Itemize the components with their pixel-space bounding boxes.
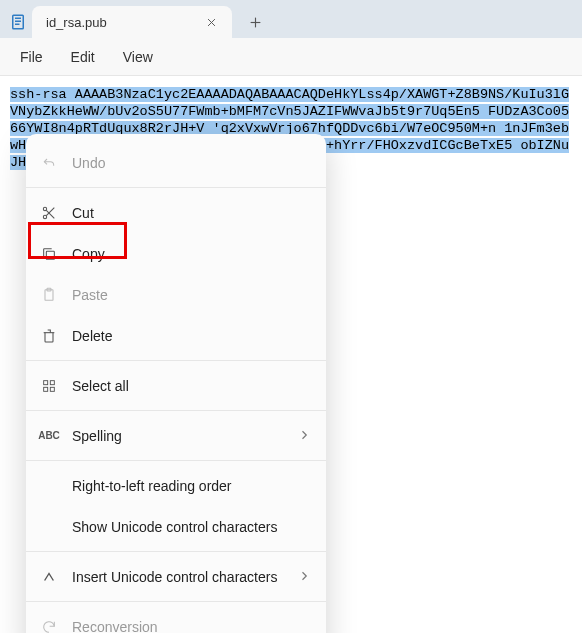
clipboard-icon [40,286,58,304]
ctx-paste: Paste [26,274,326,315]
context-menu: Undo Cut Copy Paste Delete Select all AB… [26,134,326,633]
separator [26,410,326,411]
ctx-paste-label: Paste [72,287,310,303]
spelling-icon: ABC [40,427,58,445]
tab-title: id_rsa.pub [46,15,200,30]
menu-edit[interactable]: Edit [57,43,109,71]
ctx-rtl-label: Right-to-left reading order [72,478,310,494]
ctx-spelling-label: Spelling [72,428,284,444]
svg-rect-18 [50,387,54,391]
separator [26,551,326,552]
ctx-select-all[interactable]: Select all [26,365,326,406]
select-all-icon [40,377,58,395]
copy-icon [40,245,58,263]
svg-rect-16 [50,380,54,384]
blank-icon [40,518,58,536]
ctx-insert-unicode[interactable]: Insert Unicode control characters [26,556,326,597]
ctx-copy[interactable]: Copy [26,233,326,274]
separator [26,460,326,461]
ctx-rtl[interactable]: Right-to-left reading order [26,465,326,506]
ctx-undo: Undo [26,142,326,183]
scissors-icon [40,204,58,222]
ctx-reconversion-label: Reconversion [72,619,310,634]
svg-point-8 [43,207,46,210]
menu-bar: File Edit View [0,38,582,76]
separator [26,187,326,188]
undo-icon [40,154,58,172]
svg-rect-17 [44,387,48,391]
menu-view[interactable]: View [109,43,167,71]
caret-icon [40,568,58,586]
ctx-copy-label: Copy [72,246,310,262]
reconversion-icon [40,618,58,634]
svg-rect-15 [44,380,48,384]
svg-rect-12 [46,251,54,259]
separator [26,601,326,602]
ctx-insert-unicode-label: Insert Unicode control characters [72,569,284,585]
blank-icon [40,477,58,495]
menu-file[interactable]: File [6,43,57,71]
ctx-select-all-label: Select all [72,378,310,394]
tab-bar: id_rsa.pub [0,0,582,38]
new-tab-button[interactable] [240,7,270,37]
ctx-delete[interactable]: Delete [26,315,326,356]
ctx-show-unicode[interactable]: Show Unicode control characters [26,506,326,547]
ctx-spelling[interactable]: ABC Spelling [26,415,326,456]
separator [26,360,326,361]
ctx-cut-label: Cut [72,205,310,221]
ctx-undo-label: Undo [72,155,310,171]
notepad-app-icon [8,12,28,32]
ctx-delete-label: Delete [72,328,310,344]
ctx-cut[interactable]: Cut [26,192,326,233]
chevron-right-icon [298,569,310,585]
tab-close-button[interactable] [200,11,222,33]
ctx-reconversion: Reconversion [26,606,326,633]
chevron-right-icon [298,428,310,444]
ctx-show-unicode-label: Show Unicode control characters [72,519,310,535]
tab-active[interactable]: id_rsa.pub [32,6,232,38]
svg-point-9 [43,215,46,218]
trash-icon [40,327,58,345]
